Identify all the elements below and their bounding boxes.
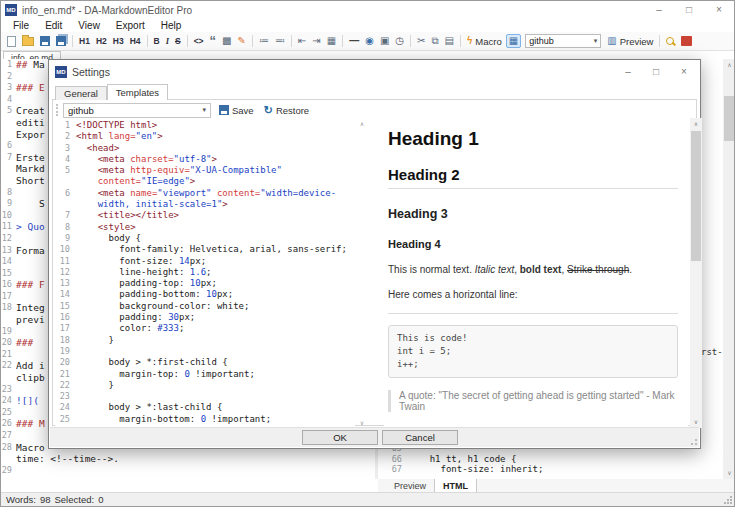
menu-bar: FileEditViewExportHelp — [1, 19, 734, 32]
dialog-code-editor[interactable]: 1<!DOCTYPE html>2<html lang="en">3 <head… — [55, 120, 355, 426]
code-line: ### — [16, 337, 39, 349]
tab-templates[interactable]: Templates — [107, 84, 168, 100]
link-icon: ◉ — [365, 36, 374, 46]
preview-scrollbar[interactable]: ∧ ∨ — [690, 118, 702, 428]
code-line: Short — [16, 175, 45, 187]
line-number: 27 — [1, 430, 12, 442]
editor-row: 22 } — [55, 380, 355, 391]
editor-row: 7 <title></title> — [55, 210, 355, 221]
heading2-button[interactable]: H2 — [94, 35, 109, 47]
menu-item-help[interactable]: Help — [153, 20, 190, 31]
cancel-button[interactable]: Cancel — [382, 430, 458, 445]
line-number: 7 — [55, 210, 70, 221]
menu-item-edit[interactable]: Edit — [37, 20, 70, 31]
horizontal-rule-button[interactable]: — — [347, 35, 361, 47]
minimize-button[interactable]: – — [644, 1, 674, 19]
indent-increase-button[interactable]: ⇥ — [310, 35, 322, 47]
template-toggle-button[interactable]: ▦ — [506, 34, 521, 48]
open-file-button[interactable] — [20, 36, 36, 47]
copy-button[interactable]: ⧉ — [429, 35, 440, 47]
line-number: 19 — [55, 346, 70, 357]
unordered-list-button[interactable]: ≔ — [257, 35, 271, 47]
scrollbar-thumb[interactable] — [691, 131, 701, 261]
html-pane-scrollbar[interactable]: ∧ ∨ — [723, 59, 735, 479]
code-line: h1 tt, h1 code { — [408, 454, 516, 465]
paste-button[interactable]: ▤ — [443, 35, 456, 47]
search-button[interactable] — [664, 36, 677, 47]
tab-preview[interactable]: Preview — [386, 479, 434, 493]
titlebar[interactable]: MD info_en.md* - DA-MarkdownEditor Pro — [1, 1, 734, 19]
heading1-button[interactable]: H1 — [77, 35, 92, 47]
line-number: 17 — [55, 323, 70, 334]
scroll-up-icon[interactable]: ∧ — [357, 120, 367, 127]
indent-decrease-button[interactable]: ⇤ — [296, 35, 308, 47]
editor-row: 14 padding-bottom: 10px; — [55, 289, 355, 300]
dialog-maximize-button[interactable]: □ — [642, 60, 670, 84]
close-button[interactable]: × — [704, 1, 734, 19]
line-number: 26 — [1, 418, 12, 430]
inline-code-button[interactable]: <> — [192, 35, 206, 47]
code-line: Expor — [16, 129, 45, 141]
ok-button[interactable]: OK — [302, 430, 378, 445]
template-select-value: github — [68, 105, 94, 116]
preview-heading1: Heading 1 — [388, 128, 678, 150]
table-button[interactable]: ▦ — [325, 35, 338, 47]
menu-item-file[interactable]: File — [5, 20, 37, 31]
dialog-minimize-button[interactable]: – — [614, 60, 642, 84]
macro-button[interactable]: ϟMacro — [465, 35, 504, 48]
code-block-button[interactable]: ▩ — [220, 35, 233, 47]
dialog-footer: OK Cancel — [50, 427, 699, 447]
numlist-icon: ≕ — [275, 36, 285, 46]
toolbar-separator — [460, 35, 461, 47]
scroll-up-icon[interactable]: ∧ — [690, 118, 702, 130]
maximize-button[interactable]: □ — [674, 1, 704, 19]
scrollbar-thumb[interactable] — [724, 96, 735, 141]
line-number: 10 — [55, 244, 70, 255]
template-save-button[interactable]: Save — [219, 105, 254, 116]
save-button[interactable] — [38, 35, 52, 47]
cut-button[interactable]: ✂ — [415, 35, 427, 47]
settings-dialog: MD Settings – □ × GeneralTemplates githu… — [48, 59, 701, 449]
menu-item-export[interactable]: Export — [108, 20, 153, 31]
code-line: clipb — [16, 372, 45, 384]
template-select[interactable]: github▾ — [525, 34, 601, 48]
blockquote-button[interactable]: “ — [208, 36, 219, 46]
link-button[interactable]: ◉ — [363, 35, 376, 47]
menu-item-view[interactable]: View — [70, 20, 108, 31]
code-editor-scrollbar[interactable]: ∧ ∨ — [357, 120, 367, 426]
export-button[interactable] — [679, 35, 694, 47]
editor-row: 1<!DOCTYPE html> — [55, 120, 355, 131]
bold-button[interactable]: B — [152, 35, 162, 47]
strikethrough-button[interactable]: S — [173, 35, 183, 47]
editor-row: 20 body > *:first-child { — [55, 357, 355, 368]
heading4-button[interactable]: H4 — [128, 35, 143, 47]
new-file-button[interactable] — [5, 35, 18, 48]
dialog-resize-grip-icon[interactable] — [690, 438, 697, 445]
tab-general[interactable]: General — [55, 86, 107, 100]
line-number: 18 — [1, 302, 12, 314]
ordered-list-button[interactable]: ≕ — [273, 35, 287, 47]
image-button[interactable]: ▣ — [378, 35, 391, 47]
tab-html[interactable]: HTML — [434, 479, 477, 493]
toolbar-separator — [342, 35, 343, 47]
scroll-down-icon[interactable]: ∨ — [357, 419, 367, 426]
editor-row: 24 body > *:last-child { — [55, 402, 355, 413]
heading3-button[interactable]: H3 — [111, 35, 126, 47]
highlight-pen-button[interactable]: ✎ — [236, 35, 248, 47]
timestamp-button[interactable]: ◷ — [393, 35, 406, 47]
template-restore-button[interactable]: ↻ Restore — [264, 105, 309, 116]
save-all-button[interactable] — [54, 35, 68, 47]
scroll-down-icon[interactable]: ∨ — [723, 467, 735, 479]
window-title: info_en.md* - DA-MarkdownEditor Pro — [22, 5, 192, 16]
preview-toggle-button[interactable]: ▥Preview — [605, 35, 655, 48]
code-line: <head> — [76, 143, 119, 154]
dialog-template-select[interactable]: github ▾ — [63, 103, 211, 118]
italic-button[interactable]: I — [164, 35, 171, 47]
folder-icon — [22, 37, 34, 46]
status-bar: Words: 98 Selected: 0 — [1, 492, 734, 506]
resize-grip-icon[interactable] — [723, 495, 732, 504]
codeblock-icon: ▩ — [222, 36, 231, 46]
dialog-close-button[interactable]: × — [670, 60, 698, 84]
scroll-up-icon[interactable]: ∧ — [723, 59, 735, 71]
dialog-titlebar[interactable]: MD Settings — [49, 60, 700, 84]
